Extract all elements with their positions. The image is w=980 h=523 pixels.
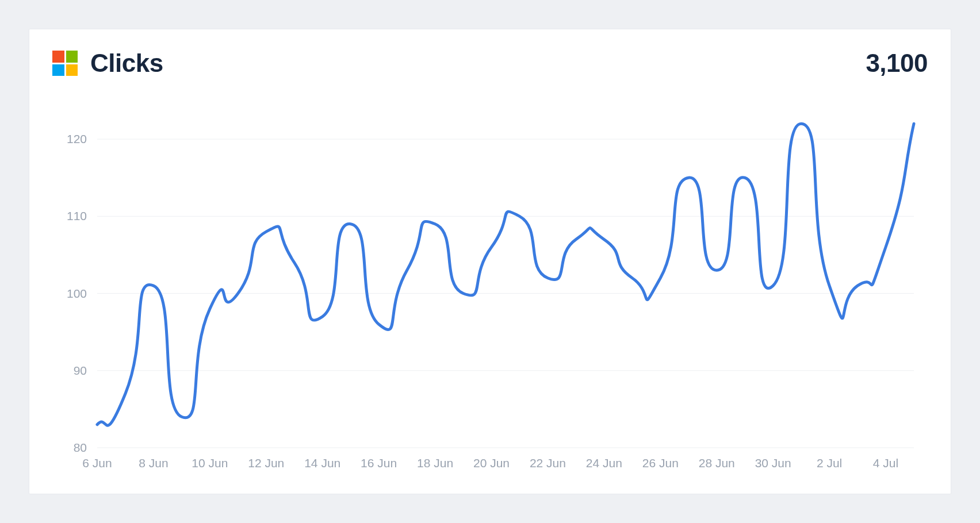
svg-text:12 Jun: 12 Jun — [248, 456, 284, 470]
svg-text:80: 80 — [74, 441, 87, 454]
card-header: Clicks 3,100 — [52, 49, 928, 78]
svg-text:6 Jun: 6 Jun — [82, 456, 112, 470]
svg-text:100: 100 — [67, 287, 87, 300]
svg-text:14 Jun: 14 Jun — [304, 456, 340, 470]
chart-card: Clicks 3,100 80901001101206 Jun8 Jun10 J… — [29, 29, 951, 494]
svg-text:120: 120 — [67, 132, 87, 145]
svg-text:4 Jul: 4 Jul — [873, 456, 898, 470]
svg-text:20 Jun: 20 Jun — [473, 456, 510, 470]
svg-text:16 Jun: 16 Jun — [361, 456, 397, 470]
chart-title: Clicks — [90, 49, 163, 78]
svg-text:18 Jun: 18 Jun — [417, 456, 453, 470]
microsoft-logo-icon — [52, 51, 78, 76]
chart-area: 80901001101206 Jun8 Jun10 Jun12 Jun14 Ju… — [52, 95, 928, 476]
svg-text:8 Jun: 8 Jun — [139, 456, 168, 470]
page: Clicks 3,100 80901001101206 Jun8 Jun10 J… — [0, 0, 980, 523]
svg-text:90: 90 — [74, 364, 87, 377]
svg-text:10 Jun: 10 Jun — [192, 456, 228, 470]
metric-total: 3,100 — [866, 49, 928, 78]
title-wrap: Clicks — [52, 49, 163, 78]
series-line — [97, 124, 914, 425]
svg-text:24 Jun: 24 Jun — [586, 456, 622, 470]
svg-text:30 Jun: 30 Jun — [755, 456, 791, 470]
svg-text:28 Jun: 28 Jun — [699, 456, 735, 470]
svg-text:2 Jul: 2 Jul — [817, 456, 842, 470]
line-chart: 80901001101206 Jun8 Jun10 Jun12 Jun14 Ju… — [52, 95, 928, 476]
svg-text:26 Jun: 26 Jun — [642, 456, 679, 470]
svg-text:22 Jun: 22 Jun — [530, 456, 566, 470]
svg-text:110: 110 — [67, 209, 87, 222]
